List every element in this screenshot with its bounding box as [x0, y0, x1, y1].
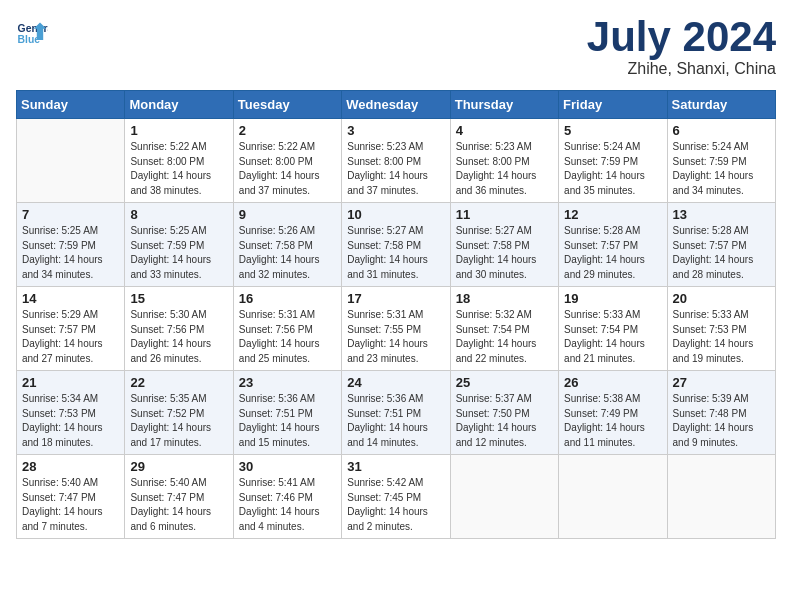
title-block: July 2024 Zhihe, Shanxi, China: [587, 16, 776, 78]
day-number: 12: [564, 207, 661, 222]
week-row-4: 21Sunrise: 5:34 AM Sunset: 7:53 PM Dayli…: [17, 371, 776, 455]
day-number: 29: [130, 459, 227, 474]
calendar-title: July 2024: [587, 16, 776, 58]
day-info: Sunrise: 5:33 AM Sunset: 7:53 PM Dayligh…: [673, 308, 770, 366]
col-header-tuesday: Tuesday: [233, 91, 341, 119]
day-info: Sunrise: 5:31 AM Sunset: 7:55 PM Dayligh…: [347, 308, 444, 366]
day-number: 11: [456, 207, 553, 222]
day-number: 10: [347, 207, 444, 222]
day-number: 23: [239, 375, 336, 390]
col-header-saturday: Saturday: [667, 91, 775, 119]
calendar-cell: 16Sunrise: 5:31 AM Sunset: 7:56 PM Dayli…: [233, 287, 341, 371]
calendar-cell: 31Sunrise: 5:42 AM Sunset: 7:45 PM Dayli…: [342, 455, 450, 539]
day-number: 6: [673, 123, 770, 138]
col-header-wednesday: Wednesday: [342, 91, 450, 119]
day-info: Sunrise: 5:35 AM Sunset: 7:52 PM Dayligh…: [130, 392, 227, 450]
day-number: 17: [347, 291, 444, 306]
day-info: Sunrise: 5:33 AM Sunset: 7:54 PM Dayligh…: [564, 308, 661, 366]
day-number: 20: [673, 291, 770, 306]
day-number: 4: [456, 123, 553, 138]
calendar-cell: 27Sunrise: 5:39 AM Sunset: 7:48 PM Dayli…: [667, 371, 775, 455]
day-info: Sunrise: 5:26 AM Sunset: 7:58 PM Dayligh…: [239, 224, 336, 282]
day-info: Sunrise: 5:23 AM Sunset: 8:00 PM Dayligh…: [347, 140, 444, 198]
day-info: Sunrise: 5:27 AM Sunset: 7:58 PM Dayligh…: [456, 224, 553, 282]
day-info: Sunrise: 5:25 AM Sunset: 7:59 PM Dayligh…: [22, 224, 119, 282]
day-number: 14: [22, 291, 119, 306]
day-number: 9: [239, 207, 336, 222]
calendar-cell: 20Sunrise: 5:33 AM Sunset: 7:53 PM Dayli…: [667, 287, 775, 371]
page-header: General Blue July 2024 Zhihe, Shanxi, Ch…: [16, 16, 776, 78]
day-number: 27: [673, 375, 770, 390]
day-info: Sunrise: 5:36 AM Sunset: 7:51 PM Dayligh…: [239, 392, 336, 450]
day-info: Sunrise: 5:39 AM Sunset: 7:48 PM Dayligh…: [673, 392, 770, 450]
day-info: Sunrise: 5:40 AM Sunset: 7:47 PM Dayligh…: [130, 476, 227, 534]
day-number: 1: [130, 123, 227, 138]
day-number: 15: [130, 291, 227, 306]
day-number: 28: [22, 459, 119, 474]
calendar-cell: 24Sunrise: 5:36 AM Sunset: 7:51 PM Dayli…: [342, 371, 450, 455]
calendar-cell: 23Sunrise: 5:36 AM Sunset: 7:51 PM Dayli…: [233, 371, 341, 455]
calendar-cell: 15Sunrise: 5:30 AM Sunset: 7:56 PM Dayli…: [125, 287, 233, 371]
day-info: Sunrise: 5:37 AM Sunset: 7:50 PM Dayligh…: [456, 392, 553, 450]
day-info: Sunrise: 5:24 AM Sunset: 7:59 PM Dayligh…: [673, 140, 770, 198]
day-info: Sunrise: 5:30 AM Sunset: 7:56 PM Dayligh…: [130, 308, 227, 366]
calendar-cell: 18Sunrise: 5:32 AM Sunset: 7:54 PM Dayli…: [450, 287, 558, 371]
calendar-cell: 6Sunrise: 5:24 AM Sunset: 7:59 PM Daylig…: [667, 119, 775, 203]
calendar-cell: 29Sunrise: 5:40 AM Sunset: 7:47 PM Dayli…: [125, 455, 233, 539]
day-number: 22: [130, 375, 227, 390]
day-number: 8: [130, 207, 227, 222]
day-info: Sunrise: 5:28 AM Sunset: 7:57 PM Dayligh…: [673, 224, 770, 282]
calendar-table: SundayMondayTuesdayWednesdayThursdayFrid…: [16, 90, 776, 539]
calendar-cell: 19Sunrise: 5:33 AM Sunset: 7:54 PM Dayli…: [559, 287, 667, 371]
calendar-cell: [450, 455, 558, 539]
calendar-cell: 4Sunrise: 5:23 AM Sunset: 8:00 PM Daylig…: [450, 119, 558, 203]
day-info: Sunrise: 5:42 AM Sunset: 7:45 PM Dayligh…: [347, 476, 444, 534]
day-info: Sunrise: 5:31 AM Sunset: 7:56 PM Dayligh…: [239, 308, 336, 366]
day-info: Sunrise: 5:23 AM Sunset: 8:00 PM Dayligh…: [456, 140, 553, 198]
day-number: 7: [22, 207, 119, 222]
calendar-cell: 22Sunrise: 5:35 AM Sunset: 7:52 PM Dayli…: [125, 371, 233, 455]
calendar-cell: 8Sunrise: 5:25 AM Sunset: 7:59 PM Daylig…: [125, 203, 233, 287]
calendar-cell: 21Sunrise: 5:34 AM Sunset: 7:53 PM Dayli…: [17, 371, 125, 455]
col-header-monday: Monday: [125, 91, 233, 119]
week-row-3: 14Sunrise: 5:29 AM Sunset: 7:57 PM Dayli…: [17, 287, 776, 371]
calendar-cell: 13Sunrise: 5:28 AM Sunset: 7:57 PM Dayli…: [667, 203, 775, 287]
day-info: Sunrise: 5:40 AM Sunset: 7:47 PM Dayligh…: [22, 476, 119, 534]
calendar-cell: 7Sunrise: 5:25 AM Sunset: 7:59 PM Daylig…: [17, 203, 125, 287]
calendar-cell: 28Sunrise: 5:40 AM Sunset: 7:47 PM Dayli…: [17, 455, 125, 539]
calendar-cell: [17, 119, 125, 203]
calendar-cell: 10Sunrise: 5:27 AM Sunset: 7:58 PM Dayli…: [342, 203, 450, 287]
day-info: Sunrise: 5:24 AM Sunset: 7:59 PM Dayligh…: [564, 140, 661, 198]
day-info: Sunrise: 5:27 AM Sunset: 7:58 PM Dayligh…: [347, 224, 444, 282]
day-number: 26: [564, 375, 661, 390]
calendar-subtitle: Zhihe, Shanxi, China: [587, 60, 776, 78]
calendar-cell: 17Sunrise: 5:31 AM Sunset: 7:55 PM Dayli…: [342, 287, 450, 371]
day-number: 25: [456, 375, 553, 390]
logo: General Blue: [16, 16, 48, 48]
col-header-thursday: Thursday: [450, 91, 558, 119]
day-info: Sunrise: 5:25 AM Sunset: 7:59 PM Dayligh…: [130, 224, 227, 282]
day-number: 30: [239, 459, 336, 474]
col-header-sunday: Sunday: [17, 91, 125, 119]
week-row-5: 28Sunrise: 5:40 AM Sunset: 7:47 PM Dayli…: [17, 455, 776, 539]
day-info: Sunrise: 5:28 AM Sunset: 7:57 PM Dayligh…: [564, 224, 661, 282]
day-info: Sunrise: 5:34 AM Sunset: 7:53 PM Dayligh…: [22, 392, 119, 450]
day-number: 31: [347, 459, 444, 474]
day-number: 5: [564, 123, 661, 138]
day-info: Sunrise: 5:41 AM Sunset: 7:46 PM Dayligh…: [239, 476, 336, 534]
day-info: Sunrise: 5:22 AM Sunset: 8:00 PM Dayligh…: [130, 140, 227, 198]
day-number: 21: [22, 375, 119, 390]
calendar-cell: 26Sunrise: 5:38 AM Sunset: 7:49 PM Dayli…: [559, 371, 667, 455]
logo-icon: General Blue: [16, 16, 48, 48]
calendar-cell: 14Sunrise: 5:29 AM Sunset: 7:57 PM Dayli…: [17, 287, 125, 371]
day-number: 24: [347, 375, 444, 390]
calendar-cell: 5Sunrise: 5:24 AM Sunset: 7:59 PM Daylig…: [559, 119, 667, 203]
day-info: Sunrise: 5:29 AM Sunset: 7:57 PM Dayligh…: [22, 308, 119, 366]
day-number: 18: [456, 291, 553, 306]
calendar-cell: 11Sunrise: 5:27 AM Sunset: 7:58 PM Dayli…: [450, 203, 558, 287]
day-number: 13: [673, 207, 770, 222]
week-row-2: 7Sunrise: 5:25 AM Sunset: 7:59 PM Daylig…: [17, 203, 776, 287]
calendar-cell: 1Sunrise: 5:22 AM Sunset: 8:00 PM Daylig…: [125, 119, 233, 203]
calendar-header-row: SundayMondayTuesdayWednesdayThursdayFrid…: [17, 91, 776, 119]
col-header-friday: Friday: [559, 91, 667, 119]
